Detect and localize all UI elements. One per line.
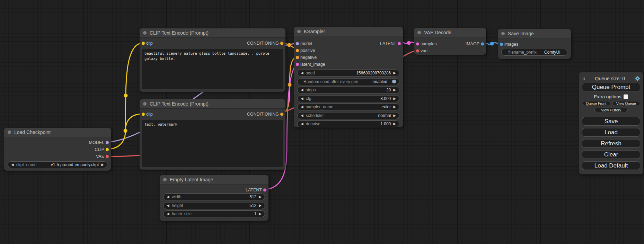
port-dot-model[interactable] [106, 141, 109, 144]
collapse-dot-icon[interactable] [163, 178, 167, 181]
right-arrow-icon[interactable]: ▶ [393, 114, 396, 117]
node-title-bar[interactable]: KSampler [294, 27, 403, 36]
output-port-model[interactable]: MODEL [4, 139, 111, 146]
left-arrow-icon[interactable]: ◀ [301, 88, 303, 92]
widget-denoise[interactable]: ◀ denoise 1.000 ▶ [297, 120, 399, 127]
left-arrow-icon[interactable]: ◀ [301, 105, 303, 109]
port-dot-latent[interactable] [296, 63, 299, 66]
widget-steps[interactable]: ◀ steps 20 ▶ [297, 87, 399, 93]
node-empty-latent-image[interactable]: Empty Latent Image LATENT ◀ width 512 ▶ … [160, 175, 268, 221]
reroute-dot[interactable] [124, 94, 128, 98]
port-dot-model[interactable] [296, 42, 299, 45]
left-arrow-icon[interactable]: ◀ [11, 163, 14, 166]
prompt-text-input[interactable]: text, watermark [142, 120, 283, 167]
node-clip-text-encode-positive[interactable]: CLIP Text Encode (Prompt) clip CONDITION… [140, 28, 285, 92]
output-port-conditioning[interactable]: CONDITIONING [230, 111, 285, 118]
widget-seed[interactable]: ◀ seed 156680208700286 ▶ [297, 70, 399, 76]
widget-random-seed-toggle[interactable]: Random seed after every gen enabled [297, 78, 399, 85]
left-arrow-icon[interactable]: ◀ [167, 195, 169, 199]
left-arrow-icon[interactable]: ◀ [167, 204, 169, 207]
widget-filename-prefix[interactable]: filename_prefix ComfyUI [501, 49, 567, 56]
port-dot-vae[interactable] [106, 155, 109, 158]
node-save-image[interactable]: Save Image images filename_prefix ComfyU… [498, 29, 571, 59]
drag-handle-icon[interactable]: ⠿ [582, 76, 585, 81]
right-arrow-icon[interactable]: ▶ [393, 122, 396, 126]
input-port-images[interactable]: images [498, 41, 571, 48]
comfyui-canvas[interactable]: { "colors": { "model": "#b39ddb", "clip"… [0, 0, 644, 244]
refresh-button[interactable]: Refresh [582, 139, 640, 148]
port-dot-image[interactable] [481, 43, 484, 46]
left-arrow-icon[interactable]: ◀ [301, 97, 303, 100]
port-dot-latent[interactable] [416, 43, 419, 46]
reroute-dot[interactable] [288, 43, 291, 47]
node-load-checkpoint[interactable]: Load Checkpoint MODEL CLIP VAE ◀ ckpt_na… [4, 128, 111, 171]
left-arrow-icon[interactable]: ◀ [167, 212, 169, 216]
collapse-dot-icon[interactable] [297, 30, 301, 33]
widget-batch-size[interactable]: ◀ batch_size 1 ▶ [163, 210, 265, 217]
node-title-bar[interactable]: Save Image [498, 29, 571, 38]
node-clip-text-encode-negative[interactable]: CLIP Text Encode (Prompt) clip CONDITION… [140, 99, 285, 170]
save-button[interactable]: Save [582, 117, 640, 126]
settings-gear-icon[interactable] [635, 76, 640, 81]
node-title-bar[interactable]: VAE Decode [414, 28, 486, 37]
port-dot-conditioning[interactable] [296, 56, 299, 59]
left-arrow-icon[interactable]: ◀ [301, 122, 303, 126]
port-dot-conditioning[interactable] [280, 42, 283, 45]
queue-prompt-button[interactable]: Queue Prompt [582, 83, 640, 91]
prompt-text-input[interactable]: beautiful scenery nature glass bottle la… [142, 49, 283, 89]
output-port-vae[interactable]: VAE [4, 153, 111, 160]
right-arrow-icon[interactable]: ▶ [393, 105, 396, 109]
widget-sampler-name[interactable]: ◀ sampler_name euler ▶ [297, 103, 399, 110]
port-dot-latent[interactable] [398, 42, 401, 45]
collapse-dot-icon[interactable] [417, 31, 421, 34]
toggle-dot[interactable] [392, 80, 396, 83]
queue-front-button[interactable]: Queue Front [582, 101, 610, 106]
right-arrow-icon[interactable]: ▶ [101, 163, 104, 166]
output-port-image[interactable]: IMAGE [431, 40, 486, 47]
port-dot-conditioning[interactable] [280, 113, 283, 116]
right-arrow-icon[interactable]: ▶ [393, 97, 396, 100]
widget-height[interactable]: ◀ height 512 ▶ [163, 202, 265, 209]
widget-cfg[interactable]: ◀ cfg 8.000 ▶ [297, 95, 399, 102]
widget-scheduler[interactable]: ◀ scheduler normal ▶ [297, 112, 399, 119]
right-arrow-icon[interactable]: ▶ [259, 204, 262, 207]
node-title-bar[interactable]: Load Checkpoint [4, 128, 111, 137]
port-dot-conditioning[interactable] [296, 49, 299, 52]
widget-width[interactable]: ◀ width 512 ▶ [163, 193, 265, 200]
collapse-dot-icon[interactable] [8, 130, 11, 134]
right-arrow-icon[interactable]: ▶ [393, 71, 396, 75]
output-port-conditioning[interactable]: CONDITIONING [230, 40, 285, 47]
input-port-positive[interactable]: positive [294, 47, 403, 54]
output-port-clip[interactable]: CLIP [4, 146, 111, 153]
collapse-dot-icon[interactable] [501, 32, 505, 35]
reroute-dot[interactable] [407, 41, 411, 45]
right-arrow-icon[interactable]: ▶ [259, 195, 262, 199]
port-dot-clip[interactable] [142, 42, 145, 45]
port-dot-clip[interactable] [142, 113, 145, 116]
view-queue-button[interactable]: View Queue [612, 101, 641, 106]
node-ksampler[interactable]: KSampler model positive negative latent_… [294, 27, 403, 127]
port-dot-latent[interactable] [263, 189, 266, 192]
input-port-vae[interactable]: vae [414, 47, 486, 54]
view-history-button[interactable]: View History [594, 108, 628, 112]
left-arrow-icon[interactable]: ◀ [301, 71, 303, 75]
widget-ckpt-name[interactable]: ◀ ckpt_name v1-5-pruned-emaonly.ckpt ▶ [8, 161, 107, 168]
node-vae-decode[interactable]: VAE Decode samples vae IMAGE [414, 28, 486, 55]
port-dot-clip[interactable] [106, 148, 109, 151]
reroute-dot[interactable] [288, 83, 292, 87]
port-dot-vae[interactable] [416, 49, 419, 53]
node-title-bar[interactable]: CLIP Text Encode (Prompt) [140, 28, 285, 38]
clear-button[interactable]: Clear [582, 150, 640, 159]
output-port-latent[interactable]: LATENT [160, 187, 268, 193]
input-port-latent-image[interactable]: latent_image [294, 61, 403, 68]
input-port-negative[interactable]: negative [294, 54, 403, 61]
reroute-dot[interactable] [124, 129, 127, 133]
output-port-latent[interactable]: LATENT [348, 40, 403, 47]
collapse-dot-icon[interactable] [143, 102, 147, 106]
reroute-dot[interactable] [490, 42, 494, 46]
right-arrow-icon[interactable]: ▶ [393, 88, 396, 92]
right-arrow-icon[interactable]: ▶ [259, 212, 262, 216]
node-title-bar[interactable]: CLIP Text Encode (Prompt) [140, 99, 285, 109]
load-button[interactable]: Load [582, 128, 640, 137]
load-default-button[interactable]: Load Default [582, 161, 640, 170]
